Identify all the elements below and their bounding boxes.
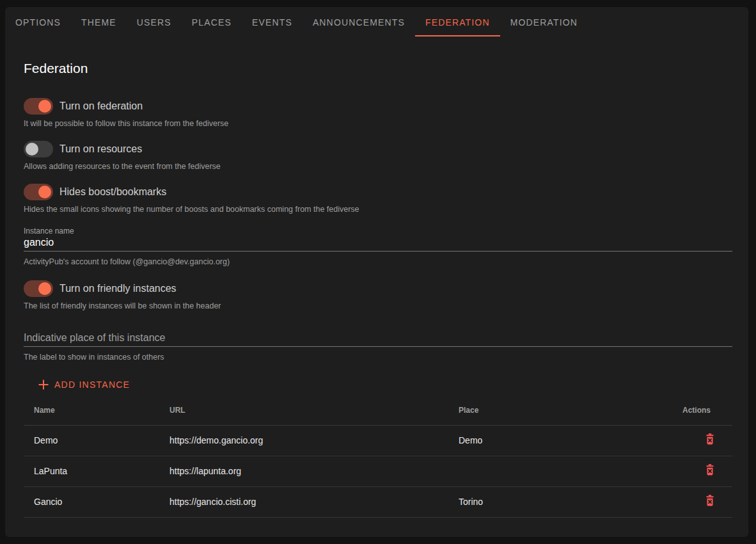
resources-toggle-row: Turn on resources <box>24 141 732 157</box>
tab-events[interactable]: Events <box>242 7 303 38</box>
tab-moderation[interactable]: Moderation <box>500 7 588 38</box>
delete-instance-button[interactable] <box>704 494 716 508</box>
column-header-name: Name <box>24 396 159 425</box>
resources-toggle-label: Turn on resources <box>59 143 142 155</box>
toggle-thumb <box>38 282 51 295</box>
table-row: Gancio https://gancio.cisti.org Torino <box>24 486 732 517</box>
instance-name-cell: LaPunta <box>24 456 159 486</box>
instance-url-cell: https://lapunta.org <box>159 456 448 486</box>
friendly-toggle-caption: The list of friendly instances will be s… <box>24 301 732 310</box>
toggle-thumb <box>38 186 51 198</box>
friendly-instances-toggle[interactable] <box>24 280 53 297</box>
delete-icon <box>704 494 716 508</box>
column-header-place: Place <box>448 396 656 425</box>
instance-place-cell: Torino <box>448 486 656 517</box>
tab-federation[interactable]: Federation <box>415 7 500 38</box>
instance-name-cell: Demo <box>24 425 159 456</box>
instance-place-field: The label to show in instances of others <box>24 332 732 362</box>
toggle-thumb <box>38 100 51 113</box>
resources-toggle-caption: Allows adding resources to the event fro… <box>24 162 732 171</box>
delete-instance-button[interactable] <box>704 433 716 446</box>
tab-announcements[interactable]: Announcements <box>303 7 415 38</box>
delete-icon <box>704 463 716 477</box>
page-title: Federation <box>24 60 732 77</box>
hide-boosts-toggle-caption: Hides the small icons showing the number… <box>24 205 732 214</box>
hide-boosts-toggle-label: Hides boost/bookmarks <box>59 186 166 198</box>
plus-icon <box>38 379 49 390</box>
tab-options[interactable]: Options <box>5 7 71 38</box>
column-header-actions: Actions <box>656 396 732 425</box>
table-row: Demo https://demo.gancio.org Demo <box>24 425 732 456</box>
admin-tabs: Options Theme Users Places Events Announ… <box>5 7 748 38</box>
friendly-toggle-row: Turn on friendly instances <box>24 280 732 297</box>
instance-name-input[interactable] <box>24 237 732 252</box>
instance-url-cell: https://demo.gancio.org <box>159 425 448 456</box>
instance-place-hint: The label to show in instances of others <box>24 353 732 362</box>
resources-toggle[interactable] <box>24 141 53 157</box>
hide-boosts-toggle[interactable] <box>24 184 53 200</box>
instance-place-input[interactable] <box>24 332 732 347</box>
add-instance-button[interactable]: Add Instance <box>31 373 136 396</box>
instance-name-field: Instance name ActivityPub's account to f… <box>24 227 732 266</box>
instance-place-cell: Demo <box>448 425 656 456</box>
tab-theme[interactable]: Theme <box>71 7 127 38</box>
table-header-row: Name URL Place Actions <box>24 396 732 425</box>
instance-name-label: Instance name <box>24 227 732 236</box>
federation-toggle[interactable] <box>24 98 53 115</box>
instance-name-cell: Gancio <box>24 486 159 517</box>
federation-settings: Federation Turn on federation It will be… <box>5 60 748 518</box>
tab-places[interactable]: Places <box>182 7 242 38</box>
friendly-toggle-label: Turn on friendly instances <box>59 283 177 294</box>
instances-table: Name URL Place Actions Demo https://demo… <box>24 396 732 518</box>
instance-url-cell: https://gancio.cisti.org <box>159 486 448 517</box>
table-row: LaPunta https://lapunta.org <box>24 456 732 486</box>
delete-instance-button[interactable] <box>704 463 716 477</box>
federation-toggle-row: Turn on federation <box>24 98 732 115</box>
delete-icon <box>704 433 716 446</box>
federation-toggle-label: Turn on federation <box>59 100 143 112</box>
federation-toggle-caption: It will be possible to follow this insta… <box>24 119 732 128</box>
instance-name-hint: ActivityPub's account to follow (@gancio… <box>24 257 732 266</box>
column-header-url: URL <box>159 396 448 425</box>
admin-panel-card: Options Theme Users Places Events Announ… <box>5 7 748 537</box>
add-instance-label: Add Instance <box>54 380 130 390</box>
instance-place-cell <box>448 456 656 486</box>
hide-boosts-toggle-row: Hides boost/bookmarks <box>24 184 732 200</box>
toggle-thumb <box>26 143 38 156</box>
tab-users[interactable]: Users <box>127 7 182 38</box>
